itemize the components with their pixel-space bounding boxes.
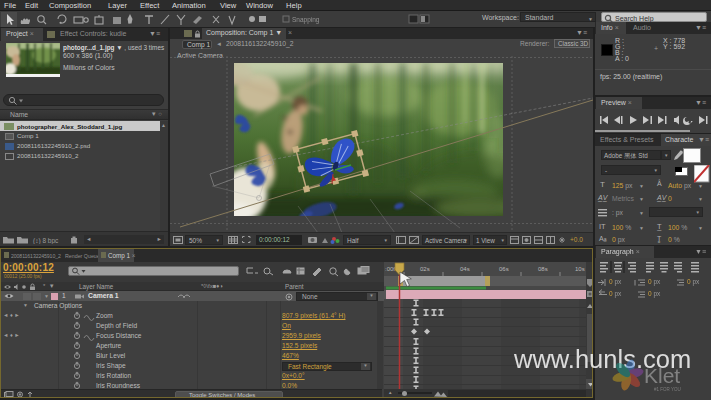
svg-text:08s: 08s <box>538 266 548 272</box>
svg-text:04s: 04s <box>460 266 470 272</box>
svg-text:Snapping: Snapping <box>292 16 320 24</box>
svg-text:Klet: Klet <box>644 364 680 387</box>
svg-text:06s: 06s <box>499 266 509 272</box>
svg-text:#1 FOR YOU: #1 FOR YOU <box>654 387 681 392</box>
svg-text::00f: :00f <box>385 266 395 272</box>
svg-text:02s: 02s <box>420 266 430 272</box>
svg-text:10s: 10s <box>575 266 585 272</box>
svg-text:(↕) 8 bpc: (↕) 8 bpc <box>33 237 59 245</box>
